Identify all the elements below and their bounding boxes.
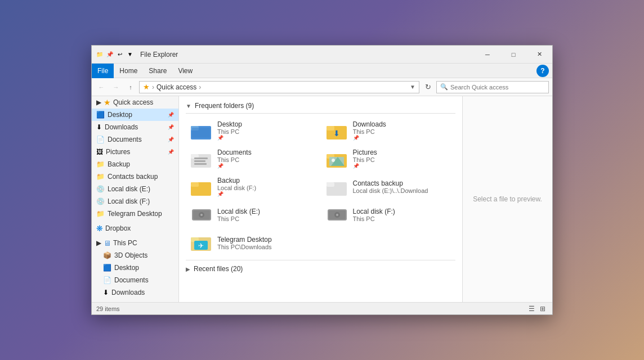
help-button[interactable]: ? — [536, 65, 549, 77]
back-button[interactable]: ← — [95, 81, 108, 93]
svg-text:⬇: ⬇ — [333, 129, 340, 138]
disk-f-icon: 💿 — [96, 197, 105, 205]
search-input[interactable] — [450, 84, 545, 91]
folder-item-pictures[interactable]: Pictures This PC 📌 — [321, 145, 456, 172]
sidebar-item-backup[interactable]: 📁 Backup — [92, 158, 178, 170]
backup-folder-info: Backup Local disk (F:) 📌 — [217, 177, 256, 197]
window-title: File Explorer — [138, 51, 475, 58]
svg-point-27 — [336, 214, 338, 216]
menu-bar: File Home Share View ? — [92, 64, 552, 78]
svg-rect-8 — [194, 158, 208, 159]
frequent-folders-header[interactable]: ▼ Frequent folders (9) — [184, 98, 458, 112]
refresh-button[interactable]: ↻ — [422, 81, 434, 93]
pictures-pin-icon: 📌 — [353, 163, 377, 169]
menu-file[interactable]: File — [92, 64, 114, 78]
telegram-name: Telegram Desktop — [217, 236, 272, 244]
downloads-folder-path: This PC — [353, 128, 386, 135]
sidebar-item-telegram[interactable]: 📁 Telegram Desktop — [92, 208, 178, 220]
backup-folder-icon — [190, 177, 213, 197]
recent-files-header[interactable]: ▶ Recent files (20) — [184, 262, 458, 275]
svg-rect-10 — [194, 163, 207, 165]
path-text: Quick access — [156, 83, 196, 91]
folder-item-documents[interactable]: Documents This PC 📌 — [186, 145, 320, 172]
folder-item-disk-e[interactable]: Local disk (E:) This PC — [186, 201, 320, 228]
window-controls: ─ □ ✕ — [475, 46, 552, 64]
backup-folder-name: Backup — [217, 177, 256, 184]
disk-f-folder-icon — [326, 205, 348, 225]
status-item-count: 29 items — [96, 305, 526, 312]
chevron-down-icon: ▼ — [186, 103, 191, 109]
path-end-separator: › — [199, 83, 201, 91]
disk-e-info: Local disk (E:) This PC — [217, 208, 260, 222]
downloads-thispc-icon: ⬇ — [103, 289, 109, 296]
menu-home[interactable]: Home — [114, 64, 143, 78]
folder-item-desktop[interactable]: Desktop This PC 📌 — [186, 117, 320, 144]
thispc-icon: 🖥 — [104, 239, 111, 248]
svg-rect-2 — [192, 128, 210, 138]
view-buttons: ☰ ⊞ — [526, 304, 548, 314]
sidebar-thispc-header[interactable]: ▶ 🖥 This PC — [92, 237, 178, 249]
undo-icon[interactable]: ↩ — [115, 50, 124, 59]
details-view-button[interactable]: ☰ — [526, 304, 536, 314]
sidebar-item-downloads-thispc[interactable]: ⬇ Downloads — [92, 286, 178, 299]
documents-folder-path: This PC — [217, 156, 252, 163]
up-button[interactable]: ↑ — [124, 81, 137, 93]
sidebar-item-contacts-backup[interactable]: 📁 Contacts backup — [92, 170, 178, 183]
file-area: ▼ Frequent folders (9) Desktop — [179, 96, 462, 302]
sidebar-item-local-f[interactable]: 💿 Local disk (F:) — [92, 195, 178, 208]
folder-item-downloads[interactable]: ⬇ Downloads This PC 📌 — [321, 117, 456, 144]
folder-item-backup[interactable]: Backup Local disk (F:) 📌 — [186, 173, 320, 200]
sidebar-quick-access-header[interactable]: ▶ ★ Quick access — [92, 96, 178, 109]
sidebar-expand-icon: ▶ — [96, 98, 101, 106]
sidebar-item-local-e[interactable]: 💿 Local disk (E:) — [92, 183, 178, 195]
sidebar-item-pictures[interactable]: 🖼 Pictures 📌 — [92, 146, 178, 158]
quick-access-icon[interactable]: 📌 — [105, 50, 114, 59]
telegram-path: This PC\Downloads — [217, 244, 272, 250]
menu-view[interactable]: View — [172, 64, 198, 78]
address-path[interactable]: ★ › Quick access › ▼ — [139, 81, 419, 93]
file-explorer-window: 📁 📌 ↩ ▼ File Explorer ─ □ ✕ File Home Sh… — [91, 45, 553, 315]
svg-rect-9 — [194, 160, 205, 162]
sidebar-item-documents-thispc[interactable]: 📄 Documents — [92, 274, 178, 286]
sidebar-item-documents[interactable]: 📄 Documents 📌 — [92, 133, 178, 146]
menu-share[interactable]: Share — [143, 64, 172, 78]
sidebar-item-3dobjects[interactable]: 📦 3D Objects — [92, 249, 178, 262]
desktop-folder-icon — [190, 120, 213, 141]
sidebar-dropbox-header[interactable]: ❋ Dropbox — [92, 222, 178, 235]
address-dropdown-icon[interactable]: ▼ — [410, 84, 415, 90]
disk-e-folder-icon — [190, 205, 213, 225]
disk-e-icon: 💿 — [96, 185, 105, 193]
desktop-folder-info: Desktop This PC 📌 — [217, 120, 242, 141]
sidebar-item-desktop-thispc[interactable]: 🟦 Desktop — [92, 262, 178, 274]
close-button[interactable]: ✕ — [526, 46, 552, 64]
downloads-folder-name: Downloads — [353, 120, 386, 128]
sidebar-item-desktop[interactable]: 🟦 Desktop 📌 — [92, 109, 178, 121]
star-icon: ★ — [143, 83, 150, 91]
folder-pictures-icon: 🖼 — [96, 148, 103, 156]
folder-item-telegram[interactable]: ✈ Telegram Desktop This PC\Downloads — [186, 230, 320, 256]
folders-grid: Desktop This PC 📌 ⬇ D — [184, 115, 458, 259]
maximize-button[interactable]: □ — [500, 46, 526, 64]
downloads-folder-info: Downloads This PC 📌 — [353, 120, 386, 141]
disk-e-name: Local disk (E:) — [217, 208, 260, 215]
contacts-folder-path: Local disk (E:)\..\.Download — [353, 187, 428, 194]
contacts-folder-name: Contacts backup — [353, 179, 428, 187]
minimize-button[interactable]: ─ — [475, 46, 500, 64]
pin-icon: 📌 — [168, 112, 174, 118]
title-bar-icons: 📁 📌 ↩ ▼ — [92, 50, 138, 59]
forward-button[interactable]: → — [110, 81, 122, 93]
tiles-view-button[interactable]: ⊞ — [538, 304, 548, 314]
search-box: 🔍 — [436, 81, 549, 93]
sidebar-item-downloads[interactable]: ⬇ Downloads 📌 — [92, 121, 178, 133]
down-arrow-icon[interactable]: ▼ — [126, 50, 135, 59]
folder-contacts-icon: 📁 — [96, 173, 105, 181]
status-bar: 29 items ☰ ⊞ — [92, 302, 552, 314]
pictures-folder-path: This PC — [353, 156, 377, 163]
folder-item-contacts[interactable]: Contacts backup Local disk (E:)\..\.Down… — [321, 173, 456, 200]
disk-e-path: This PC — [217, 215, 260, 222]
downloads-pin-icon: 📌 — [353, 135, 386, 141]
folder-item-disk-f[interactable]: Local disk (F:) This PC — [321, 201, 456, 228]
pin-icon-4: 📌 — [168, 149, 174, 155]
sidebar: ▶ ★ Quick access 🟦 Desktop 📌 ⬇ Downloads… — [92, 96, 179, 302]
pin-icon-2: 📌 — [168, 124, 174, 130]
